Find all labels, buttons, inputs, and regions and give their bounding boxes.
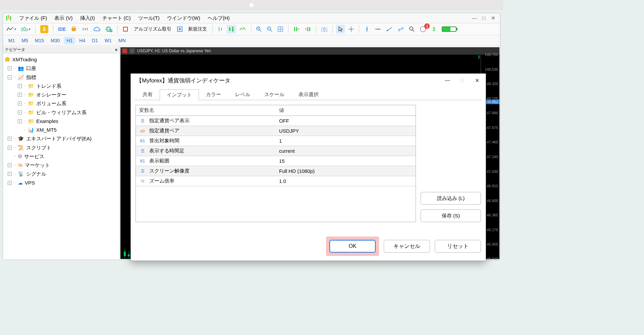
grid-icon[interactable] [276,25,285,34]
ok-button[interactable]: OK [329,240,376,253]
alert-icon[interactable]: 1 [418,25,428,34]
tree-service[interactable]: ┈⚙サービス [4,152,118,161]
tree-indicators[interactable]: −┈📈指標 [4,73,118,82]
tf-m30[interactable]: M30 [48,37,62,44]
param-row[interactable]: ☰ スクリーン解像度Full HD (1080p) [136,166,416,176]
trendline-icon[interactable] [385,25,394,34]
param-table[interactable]: 変数名 値 ☰ 指定通貨ペア表示OFFab 指定通貨ペアUSDJPY01 算出対… [136,105,416,222]
param-row[interactable]: 01 表示範囲15 [136,156,416,166]
tree-market[interactable]: +┈🛍マーケット [4,161,118,170]
step-back-icon[interactable] [292,25,301,34]
vline-icon[interactable] [363,25,371,34]
line-type-dropdown[interactable]: ▾ [5,25,17,34]
crosshair-icon[interactable] [347,25,356,34]
step-fwd-icon[interactable] [303,25,313,34]
tf-m15[interactable]: M15 [32,37,47,44]
svg-point-40 [399,29,400,30]
shopping-icon[interactable] [69,25,78,34]
menu-file[interactable]: ファイル (F) [16,14,50,22]
tree-osc[interactable]: +┈📁オシレーター [4,90,118,99]
search-icon[interactable] [408,25,416,34]
zoom-in-icon[interactable] [255,25,263,34]
navigator-panel: ナビゲータ × XMTrading +┈👥口座 −┈📈指標 +┈📁トレンド系 +… [3,47,120,260]
tab-input[interactable]: インプット [160,89,199,100]
menu-view[interactable]: 表示 (V) [51,14,76,22]
tree-root[interactable]: XMTrading [4,55,118,64]
svg-rect-27 [309,27,310,31]
level-icon[interactable] [430,25,438,34]
tf-mn[interactable]: MN [116,37,128,44]
svg-line-20 [270,30,272,31]
param-row[interactable]: 01 算出対象時間1 [136,136,416,146]
svg-rect-3 [21,28,23,31]
algo-trading-label[interactable]: アルゴリズム取引 [132,26,173,32]
menu-insert[interactable]: 挿入(I) [77,14,98,22]
load-button[interactable]: 読み込み (L) [421,192,481,205]
autoscroll-icon[interactable] [238,25,248,34]
tab-color[interactable]: カラー [199,89,228,100]
window-close-icon[interactable]: ✕ [490,15,496,21]
window-maximize-icon[interactable]: □ [481,15,487,21]
param-row[interactable]: ☰ 指定通貨ペア表示OFF [136,116,416,126]
tree-vps[interactable]: +┈☁VPS [4,179,118,187]
tree-volume[interactable]: +┈📁ボリューム系 [4,99,118,108]
new-order-icon[interactable] [175,25,184,34]
hline-icon[interactable] [373,25,383,34]
tree-script[interactable]: +┈📜スクリプト [4,143,118,152]
reset-button[interactable]: リセット [435,240,481,253]
dialog-minimize-icon[interactable]: — [444,77,451,84]
tf-d1[interactable]: D1 [89,37,101,44]
new-order-label[interactable]: 新規注文 [186,26,209,32]
param-row[interactable]: ab 指定通貨ペアUSDJPY [136,126,416,136]
ok-highlight: OK [326,237,379,256]
zoom-out-icon[interactable] [265,25,274,34]
param-row[interactable]: ½ ズーム倍率1.0 [136,176,416,186]
tab-scale[interactable]: スケール [257,89,291,100]
cloud-icon[interactable] [92,25,102,34]
tf-h1[interactable]: H1 [64,37,75,44]
menu-help[interactable]: ヘルプ(H) [204,14,233,22]
svg-point-29 [323,28,325,30]
globe-add-icon[interactable] [104,25,114,34]
menu-tools[interactable]: ツール(T) [135,14,163,22]
svg-rect-24 [294,27,295,31]
tree-examples[interactable]: +┈📁Examples [4,117,118,126]
bar-chart-icon[interactable] [216,25,225,34]
tab-share[interactable]: 共有 [136,89,160,100]
ide-button[interactable]: IDE [57,25,67,34]
tab-visual[interactable]: 表示選択 [291,89,326,100]
cursor-icon[interactable] [336,25,345,34]
cancel-button[interactable]: キャンセル [384,240,430,253]
tree-signal[interactable]: +┈📡シグナル [4,170,118,178]
save-button[interactable]: 保存 (S) [421,209,481,222]
tree-xm[interactable]: ┈📊XM_MT5 [4,126,118,134]
menu-window[interactable]: ウインドウ(W) [164,14,204,22]
tree-trend[interactable]: +┈📁トレンド系 [4,82,118,90]
screenshot-icon[interactable] [320,25,329,34]
chart-type-dropdown[interactable]: ▾ [19,25,32,34]
dialog-titlebar[interactable]: 【Myforex】通貨強弱インディケータ — □ ✕ [131,74,486,87]
tf-m1[interactable]: M1 [6,37,17,44]
navigator-close-icon[interactable]: × [115,48,117,52]
tf-w1[interactable]: W1 [102,37,114,44]
menu-chart[interactable]: チャート (C) [99,14,134,22]
tree-account[interactable]: +┈👥口座 [4,64,118,73]
param-row[interactable]: ☰ 表示する時間足current [136,146,416,156]
tf-m5[interactable]: M5 [19,37,31,44]
signal-icon[interactable] [80,25,90,34]
svg-point-35 [377,28,379,30]
th-name: 変数名 [136,105,276,116]
dollar-button[interactable]: $ [39,25,50,34]
candle-shift-icon[interactable] [227,25,236,34]
price-tick: 147.030 [485,170,498,174]
dialog-maximize-icon[interactable]: □ [459,77,466,84]
dialog-close-icon[interactable]: ✕ [474,77,480,84]
price-tick: 146.385 [485,213,498,217]
tree-ea[interactable]: +┈🎓エキスパートアドバイザ(EA) [4,134,118,143]
channel-icon[interactable] [396,25,406,34]
tf-h4[interactable]: H4 [76,37,88,44]
window-minimize-icon[interactable]: — [471,15,477,21]
tab-level[interactable]: レベル [228,89,257,100]
algo-stop-icon[interactable] [121,25,130,34]
tree-bw[interactable]: +┈📁ビル・ウィリアムス系 [4,108,118,117]
